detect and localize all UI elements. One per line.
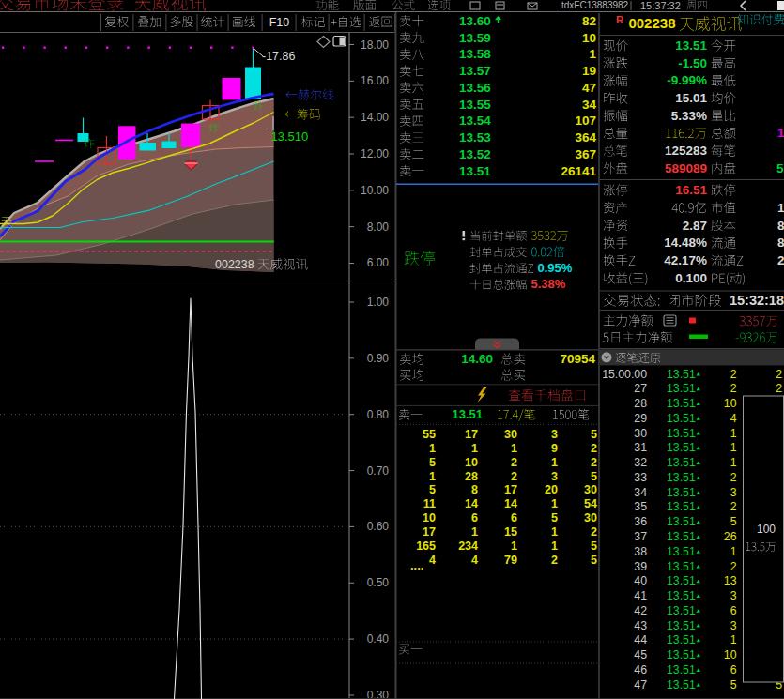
svg-text:13.51: 13.51 — [667, 633, 696, 646]
svg-text:54: 54 — [584, 497, 597, 510]
svg-text:79: 79 — [504, 554, 517, 567]
svg-text:1: 1 — [730, 545, 737, 558]
svg-text:13.51: 13.51 — [667, 456, 696, 469]
svg-text:47: 47 — [634, 678, 647, 691]
svg-text:-17.86: -17.86 — [262, 50, 295, 63]
svg-text:5: 5 — [429, 483, 436, 496]
svg-text:1: 1 — [471, 442, 478, 455]
svg-text:32: 32 — [634, 456, 647, 469]
svg-text:42: 42 — [634, 604, 647, 617]
svg-text:29: 29 — [634, 412, 647, 425]
svg-text:3: 3 — [551, 470, 558, 483]
svg-text:16.51: 16.51 — [675, 183, 707, 197]
svg-text:37: 37 — [634, 530, 647, 543]
svg-text:13.51: 13.51 — [667, 574, 696, 587]
svg-text:0.50: 0.50 — [367, 576, 390, 589]
svg-text:17: 17 — [423, 525, 436, 539]
svg-text:6.00: 6.00 — [367, 256, 390, 269]
svg-text:5: 5 — [591, 428, 597, 441]
svg-text:13.52: 13.52 — [459, 147, 491, 161]
svg-text:R: R — [616, 14, 624, 25]
svg-text:1: 1 — [511, 442, 517, 455]
svg-text:5: 5 — [591, 554, 597, 567]
svg-text:13.57: 13.57 — [459, 64, 491, 78]
svg-text:13.51: 13.51 — [667, 678, 696, 691]
svg-text:0.70: 0.70 — [367, 464, 390, 478]
svg-text:0.100: 0.100 — [675, 271, 707, 285]
svg-text:30: 30 — [504, 428, 517, 441]
svg-text:2: 2 — [730, 471, 737, 484]
svg-text:15.01: 15.01 — [675, 91, 707, 105]
svg-text:1: 1 — [429, 470, 436, 483]
svg-text:42.17%: 42.17% — [664, 253, 707, 267]
svg-text:3: 3 — [551, 428, 558, 441]
svg-text:34: 34 — [582, 98, 597, 112]
svg-text:2: 2 — [777, 253, 784, 267]
svg-text:13.51: 13.51 — [667, 427, 696, 440]
svg-text:15: 15 — [504, 525, 517, 539]
svg-text:13.51: 13.51 — [667, 368, 696, 381]
svg-text:38: 38 — [634, 545, 647, 558]
svg-text:1: 1 — [730, 427, 737, 440]
svg-text:57: 57 — [776, 161, 784, 175]
svg-text:1: 1 — [551, 456, 558, 469]
svg-text:31: 31 — [634, 441, 647, 454]
svg-text:13.58: 13.58 — [459, 47, 491, 61]
svg-text:-9.99%: -9.99% — [667, 73, 707, 87]
svg-text:41: 41 — [634, 589, 647, 602]
svg-text:13.60: 13.60 — [459, 14, 491, 28]
svg-text:14: 14 — [504, 497, 517, 510]
svg-text:10: 10 — [724, 397, 737, 410]
svg-text:10: 10 — [582, 31, 596, 45]
svg-text:13.51: 13.51 — [667, 648, 696, 661]
svg-text:13.51: 13.51 — [667, 515, 696, 528]
svg-text:100: 100 — [757, 523, 776, 536]
svg-text:5: 5 — [591, 470, 597, 483]
svg-text:1: 1 — [429, 442, 436, 455]
svg-text:13.51: 13.51 — [452, 407, 483, 421]
svg-text:1: 1 — [730, 456, 737, 469]
svg-text:234: 234 — [458, 539, 478, 553]
svg-text:26: 26 — [724, 530, 737, 543]
svg-text:13.51: 13.51 — [667, 397, 696, 410]
svg-text:13.51: 13.51 — [667, 412, 696, 425]
svg-text:1: 1 — [551, 539, 558, 553]
svg-text:....: .... — [410, 558, 423, 572]
svg-text:2: 2 — [551, 554, 558, 567]
svg-text:1: 1 — [471, 525, 478, 539]
svg-text:16.00: 16.00 — [361, 74, 389, 87]
svg-text:6: 6 — [511, 511, 517, 524]
svg-text:11: 11 — [423, 497, 436, 510]
svg-text:13.51: 13.51 — [667, 441, 696, 454]
svg-text:6: 6 — [730, 604, 737, 617]
svg-text:13.51: 13.51 — [667, 471, 696, 484]
svg-text:5.38%: 5.38% — [531, 277, 566, 291]
svg-text:15:32:18: 15:32:18 — [730, 293, 784, 308]
svg-text:F10: F10 — [269, 16, 290, 29]
svg-text:4: 4 — [471, 554, 478, 567]
svg-text:27: 27 — [634, 382, 647, 395]
svg-text:19: 19 — [582, 64, 596, 78]
svg-text:13.56: 13.56 — [459, 81, 491, 95]
svg-text:13.51: 13.51 — [667, 530, 696, 543]
svg-text:15:37:32: 15:37:32 — [640, 0, 681, 11]
svg-text:13.59: 13.59 — [459, 31, 491, 45]
svg-text:5: 5 — [591, 539, 597, 553]
svg-text:2: 2 — [591, 525, 597, 539]
svg-text:45: 45 — [634, 648, 647, 661]
svg-text:1: 1 — [511, 539, 517, 553]
svg-text:2: 2 — [730, 368, 737, 381]
svg-text:30: 30 — [584, 483, 597, 496]
svg-text:1.00: 1.00 — [367, 296, 390, 309]
svg-text:82: 82 — [582, 14, 596, 28]
svg-text:26141: 26141 — [561, 164, 596, 178]
svg-text:20: 20 — [545, 483, 558, 496]
svg-text:165: 165 — [416, 539, 436, 553]
svg-text:10: 10 — [777, 201, 784, 215]
svg-text:13.53: 13.53 — [459, 130, 491, 144]
svg-text:14.60: 14.60 — [461, 352, 493, 366]
svg-text:1: 1 — [777, 126, 784, 140]
svg-text:3: 3 — [730, 619, 737, 632]
svg-text:55: 55 — [423, 428, 436, 441]
svg-text:13.54: 13.54 — [459, 114, 491, 128]
